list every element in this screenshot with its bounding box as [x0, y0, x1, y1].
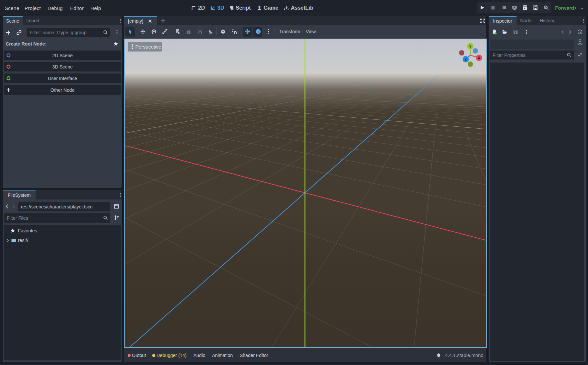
- svg-text:Y: Y: [469, 44, 472, 48]
- svg-text:Z: Z: [465, 57, 467, 61]
- svg-text:X: X: [478, 56, 480, 60]
- svg-text:DOC: DOC: [577, 43, 582, 45]
